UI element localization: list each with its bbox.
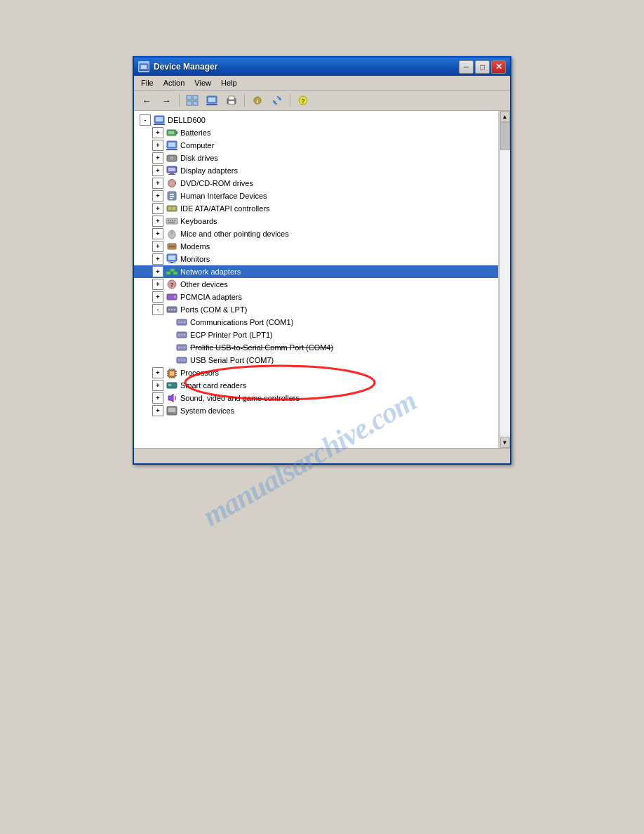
batteries-expand[interactable]: +	[152, 127, 163, 138]
batteries-icon	[166, 127, 178, 138]
tree-item-monitors[interactable]: + Monitors	[134, 253, 498, 265]
tree-item-pcmcia[interactable]: + PCMCIA adapters	[134, 291, 498, 303]
computer-expand[interactable]: +	[152, 140, 163, 151]
scroll-thumb[interactable]	[500, 122, 510, 150]
svg-rect-47	[170, 220, 171, 221]
com4-spacer	[162, 342, 173, 353]
view-button[interactable]	[184, 93, 201, 108]
refresh-button[interactable]	[269, 93, 286, 108]
tree-item-ide[interactable]: + IDE ATA/ATAPI controllers	[134, 202, 498, 215]
display-label: Display adapters	[180, 166, 238, 175]
tree-item-dvd[interactable]: + DVD/CD-ROM drives	[134, 177, 498, 190]
svg-point-82	[184, 334, 185, 336]
ports-expand[interactable]: -	[152, 304, 163, 315]
sound-icon	[166, 392, 178, 404]
network-expand[interactable]: +	[152, 266, 163, 277]
display-expand[interactable]: +	[152, 165, 163, 176]
pcmcia-expand[interactable]: +	[152, 291, 163, 303]
svg-point-81	[181, 334, 182, 336]
svg-rect-106	[168, 384, 171, 386]
tree-root[interactable]: - DELLD600	[134, 114, 498, 126]
tree-item-sound[interactable]: + Sound, video and game controllers	[134, 392, 498, 404]
tree-item-smartcard[interactable]: + Smart card readers	[134, 379, 498, 392]
tree-item-computer[interactable]: + Computer	[134, 139, 498, 152]
com7-spacer	[162, 355, 173, 366]
scroll-up[interactable]: ▲	[500, 111, 510, 122]
hid-expand[interactable]: +	[152, 190, 163, 201]
tree-item-network[interactable]: + Network adapters	[134, 265, 498, 278]
hid-label: Human Interface Devices	[180, 192, 267, 200]
device-manager-window: Device Manager ─ □ ✕ File Action View He…	[133, 56, 511, 465]
title-bar: Device Manager ─ □ ✕	[134, 58, 510, 76]
svg-rect-12	[229, 101, 234, 104]
computer-button[interactable]	[203, 93, 220, 108]
svg-rect-39	[170, 194, 174, 195]
modems-expand[interactable]: +	[152, 241, 163, 252]
properties-button[interactable]: i	[249, 93, 266, 108]
dvd-expand[interactable]: +	[152, 178, 163, 189]
com1-label: Communications Port (COM1)	[190, 318, 293, 326]
tree-item-mice[interactable]: + Mice and other pointing devices	[134, 227, 498, 240]
svg-rect-43	[168, 207, 171, 210]
system-icon	[166, 405, 178, 416]
other-expand[interactable]: +	[152, 279, 163, 290]
svg-rect-11	[229, 96, 234, 100]
scroll-down[interactable]: ▼	[500, 437, 510, 448]
svg-point-37	[171, 183, 173, 184]
maximize-button[interactable]: □	[475, 60, 490, 74]
disk-expand[interactable]: +	[152, 152, 163, 164]
system-expand[interactable]: +	[152, 405, 163, 416]
modems-label: Modems	[180, 242, 210, 251]
svg-rect-32	[168, 168, 175, 171]
print-button[interactable]	[223, 93, 240, 108]
tree-item-processors[interactable]: +	[134, 366, 498, 379]
menu-bar: File Action View Help	[134, 76, 510, 91]
network-icon	[166, 266, 178, 277]
tree-item-com7[interactable]: USB Serial Port (COM7)	[134, 354, 498, 366]
scrollbar[interactable]: ▲ ▼	[499, 111, 510, 448]
back-button[interactable]: ←	[138, 93, 155, 108]
menu-file[interactable]: File	[137, 77, 158, 88]
dvd-icon	[166, 178, 178, 189]
svg-point-72	[168, 309, 170, 310]
forward-button[interactable]: →	[158, 93, 175, 108]
ide-expand[interactable]: +	[152, 203, 163, 214]
status-bar	[134, 448, 510, 463]
svg-point-86	[184, 347, 185, 348]
tree-item-modems[interactable]: + Modems	[134, 240, 498, 253]
tree-item-ports[interactable]: - Ports (COM & LPT)	[134, 303, 498, 316]
keyboard-expand[interactable]: +	[152, 216, 163, 227]
tree-item-other[interactable]: + ? Other devices	[134, 278, 498, 291]
close-button[interactable]: ✕	[491, 60, 506, 74]
help-button[interactable]: ?	[295, 93, 311, 108]
svg-text:?: ?	[170, 282, 174, 289]
root-expand[interactable]: -	[140, 114, 151, 126]
menu-action[interactable]: Action	[159, 77, 189, 88]
menu-view[interactable]: View	[190, 77, 215, 88]
tree-item-keyboard[interactable]: + Keyboards	[134, 215, 498, 227]
mice-expand[interactable]: +	[152, 228, 163, 239]
sound-label: Sound, video and game controllers	[180, 394, 300, 402]
mice-label: Mice and other pointing devices	[180, 230, 289, 238]
svg-rect-21	[154, 124, 165, 125]
smartcard-expand[interactable]: +	[152, 380, 163, 391]
tree-item-lpt1[interactable]: ECP Printer Port (LPT1)	[134, 329, 498, 341]
tree-item-hid[interactable]: + Human Interface Devices	[134, 190, 498, 202]
svg-point-77	[181, 322, 182, 323]
monitors-label: Monitors	[180, 255, 210, 263]
tree-item-com1[interactable]: Communications Port (COM1)	[134, 316, 498, 329]
monitors-expand[interactable]: +	[152, 253, 163, 265]
menu-help[interactable]: Help	[217, 77, 241, 88]
sound-expand[interactable]: +	[152, 392, 163, 404]
tree-item-batteries[interactable]: + Batteries	[134, 126, 498, 139]
tree-item-system[interactable]: + System devices	[134, 404, 498, 417]
svg-rect-4	[193, 95, 198, 100]
minimize-button[interactable]: ─	[459, 60, 474, 74]
tree-item-com4[interactable]: Prolific USB-to-Serial Comm Port (COM4)	[134, 341, 498, 354]
device-tree[interactable]: - DELLD600 +	[134, 111, 499, 448]
svg-rect-6	[193, 101, 198, 105]
tree-item-disk[interactable]: + Disk drives	[134, 152, 498, 164]
processors-expand[interactable]: +	[152, 367, 163, 378]
ide-icon	[166, 203, 178, 214]
tree-item-display[interactable]: + Display adapters	[134, 164, 498, 177]
